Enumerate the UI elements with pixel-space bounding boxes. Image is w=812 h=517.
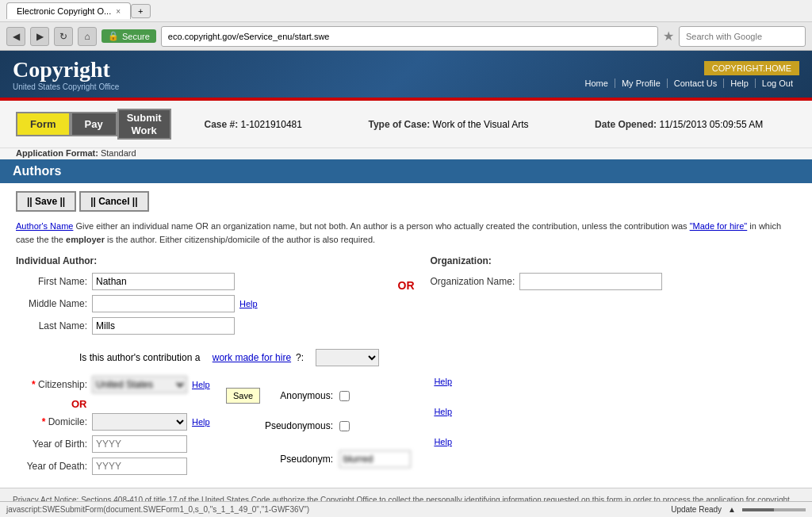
nav-logout[interactable]: Log Out bbox=[756, 79, 799, 88]
last-name-row: Last Name: bbox=[16, 317, 382, 335]
middle-name-label: Middle Name: bbox=[16, 298, 87, 309]
tab-close-btn[interactable]: × bbox=[116, 7, 121, 16]
anon-help-top[interactable]: Help bbox=[434, 377, 452, 386]
search-input[interactable] bbox=[679, 26, 806, 47]
citizenship-col: * Citizenship: United States Help OR * D… bbox=[16, 376, 238, 480]
status-arrow: ▲ bbox=[728, 505, 736, 514]
wmfh-link[interactable]: work made for hire bbox=[213, 352, 291, 363]
browser-titlebar: Electronic Copyright O... × + bbox=[0, 0, 812, 22]
submit-work-btn[interactable]: SubmitWork bbox=[117, 109, 171, 140]
save-btn[interactable]: || Save || bbox=[16, 191, 76, 212]
middle-name-input[interactable] bbox=[92, 295, 235, 312]
pay-btn[interactable]: Pay bbox=[71, 112, 117, 136]
save-tooltip: Save bbox=[226, 388, 260, 404]
form-btn[interactable]: Form bbox=[16, 112, 71, 136]
logo-subtitle: United States Copyright Office bbox=[13, 82, 119, 91]
citizenship-row: * Citizenship: United States Help bbox=[16, 376, 238, 393]
help-desc3: the bbox=[52, 235, 66, 244]
case-number: 1-1021910481 bbox=[241, 119, 302, 130]
anonymous-row: Anonymous: bbox=[262, 390, 452, 401]
first-name-label: First Name: bbox=[16, 276, 87, 287]
last-name-label: Last Name: bbox=[16, 320, 87, 331]
browser-tab[interactable]: Electronic Copyright O... × bbox=[6, 2, 131, 19]
app-format-label: Application Format: bbox=[16, 148, 98, 158]
pseudonymous-checkbox[interactable] bbox=[339, 421, 350, 431]
copyright-home-btn[interactable]: COPYRIGHT.HOME bbox=[704, 61, 799, 75]
citizenship-select[interactable]: United States bbox=[92, 376, 187, 393]
app-format-value: Standard bbox=[101, 148, 136, 158]
nav-home[interactable]: Home bbox=[579, 79, 615, 88]
organization-col: Organization: Organization Name: bbox=[431, 255, 797, 339]
help-desc1: Give either an individual name OR an org… bbox=[75, 221, 689, 231]
status-bar: javascript:SWESubmitForm(document.SWEFor… bbox=[0, 501, 812, 517]
last-name-input[interactable] bbox=[92, 317, 235, 335]
date-label: Date Opened: bbox=[595, 119, 657, 130]
pseudonym-label: Pseudonym: bbox=[262, 454, 333, 465]
refresh-btn[interactable]: ↻ bbox=[54, 27, 73, 46]
case-info: Case #: 1-1021910481 Type of Case: Work … bbox=[171, 119, 796, 130]
new-tab-btn[interactable]: + bbox=[131, 4, 150, 18]
status-text: Update Ready bbox=[671, 505, 722, 514]
case-toolbar: Form Pay SubmitWork Case #: 1-1021910481… bbox=[0, 101, 812, 148]
year-birth-input[interactable] bbox=[92, 435, 187, 453]
home-btn[interactable]: ⌂ bbox=[78, 27, 97, 46]
nav-help[interactable]: Help bbox=[724, 79, 756, 88]
citizenship-help[interactable]: Help bbox=[192, 380, 210, 389]
zoom-slider[interactable] bbox=[742, 508, 806, 511]
employer-text: employer bbox=[66, 235, 105, 244]
section-title: Authors bbox=[13, 164, 61, 178]
cancel-btn[interactable]: || Cancel || bbox=[79, 191, 148, 212]
year-birth-row: Year of Birth: bbox=[16, 435, 238, 453]
anonymous-checkbox[interactable] bbox=[339, 391, 350, 401]
privacy-notice: Privacy Act Notice: Sections 408-410 of … bbox=[0, 488, 812, 501]
back-btn[interactable]: ◀ bbox=[6, 27, 25, 46]
author-help-text: Author's Name Give either an individual … bbox=[16, 220, 796, 246]
form-area: || Save || || Cancel || Save Author's Na… bbox=[0, 183, 812, 488]
secure-badge: 🔒 Secure bbox=[102, 29, 156, 43]
site-logo: Copyright United States Copyright Office bbox=[13, 57, 119, 91]
org-name-input[interactable] bbox=[519, 273, 662, 290]
domicile-row: * Domicile: Help bbox=[16, 413, 238, 431]
first-name-input[interactable] bbox=[92, 273, 235, 290]
pseudo-help[interactable]: Help bbox=[434, 407, 452, 416]
form-columns: Individual Author: First Name: Middle Na… bbox=[16, 255, 796, 339]
case-label: Case #: bbox=[204, 119, 238, 130]
tooltip-text: Save bbox=[233, 391, 253, 400]
privacy-text: Privacy Act Notice: Sections 408-410 of … bbox=[13, 496, 790, 501]
domicile-help[interactable]: Help bbox=[192, 417, 210, 427]
wmfh-label: Is this author's contribution a bbox=[79, 352, 200, 363]
first-name-row: First Name: bbox=[16, 273, 382, 290]
bookmark-icon[interactable]: ★ bbox=[663, 29, 674, 44]
section-header: Authors bbox=[0, 159, 812, 183]
logo-text: Copyright bbox=[13, 57, 119, 82]
year-death-input[interactable] bbox=[92, 458, 187, 475]
nav-myprofile[interactable]: My Profile bbox=[615, 79, 668, 88]
date-value: 11/15/2013 05:09:55 AM bbox=[659, 119, 763, 130]
status-script: javascript:SWESubmitForm(document.SWEFor… bbox=[6, 505, 309, 514]
pseudonym-help[interactable]: Help bbox=[434, 437, 452, 446]
citizenship-required-star: * bbox=[32, 379, 36, 390]
anonymous-label: Anonymous: bbox=[262, 390, 333, 401]
year-death-label: Year of Death: bbox=[16, 461, 87, 472]
pseudonym-input[interactable] bbox=[339, 450, 411, 468]
tab-title: Electronic Copyright O... bbox=[17, 6, 111, 16]
action-bar: || Save || || Cancel || bbox=[16, 191, 796, 212]
nav-contactus[interactable]: Contact Us bbox=[668, 79, 724, 88]
domicile-select[interactable] bbox=[92, 413, 187, 431]
individual-author-col: Individual Author: First Name: Middle Na… bbox=[16, 255, 382, 339]
wmfh-row: Is this author's contribution a work mad… bbox=[79, 349, 796, 366]
app-format-row: Application Format: Standard bbox=[0, 148, 812, 159]
middle-name-row: Middle Name: Help bbox=[16, 295, 382, 312]
header-nav: Home My Profile Contact Us Help Log Out bbox=[579, 79, 799, 88]
author-name-link[interactable]: Author's Name bbox=[16, 221, 73, 231]
made-for-hire-link[interactable]: "Made for hire" bbox=[690, 221, 748, 231]
lock-icon: 🔒 bbox=[108, 31, 119, 41]
individual-author-header: Individual Author: bbox=[16, 255, 382, 266]
citizenship-anonymous-section: * Citizenship: United States Help OR * D… bbox=[16, 376, 796, 480]
forward-btn[interactable]: ▶ bbox=[30, 27, 49, 46]
wmfh-select[interactable]: Yes No bbox=[316, 349, 379, 366]
middle-name-help[interactable]: Help bbox=[239, 299, 258, 308]
pseudonym-row: Pseudonym: bbox=[262, 450, 452, 468]
citizenship-label: * Citizenship: bbox=[16, 379, 87, 390]
url-bar[interactable]: eco.copyright.gov/eService_enu/start.swe bbox=[161, 26, 658, 47]
